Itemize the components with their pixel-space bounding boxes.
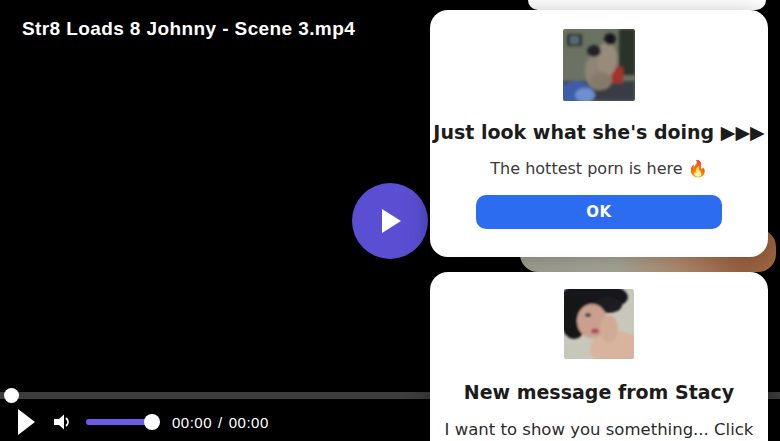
seek-thumb[interactable] <box>4 388 19 403</box>
video-title: Str8 Loads 8 Johnny - Scene 3.mp4 <box>22 18 355 40</box>
duration: 00:00 <box>229 414 269 431</box>
time-separator: / <box>218 414 223 431</box>
message-popup[interactable]: New message from Stacy I want to show yo… <box>430 272 768 441</box>
offer-popup: Just look what she's doing ▶▶▶ The hotte… <box>430 10 768 257</box>
volume-thumb[interactable] <box>144 414 160 430</box>
ok-button[interactable]: OK <box>476 195 722 229</box>
offer-subtitle: The hottest porn is here 🔥 <box>430 159 768 178</box>
big-play-button[interactable] <box>352 183 428 259</box>
play-icon <box>382 209 401 233</box>
hidden-card-top-edge <box>528 0 766 10</box>
volume-slider[interactable] <box>86 419 153 425</box>
message-title: New message from Stacy <box>430 381 768 403</box>
webcam-couple-thumbnail[interactable] <box>563 29 635 101</box>
stacy-avatar[interactable] <box>564 289 634 359</box>
play-button[interactable] <box>18 409 35 435</box>
offer-headline: Just look what she's doing ▶▶▶ <box>430 121 768 143</box>
time-display: 00:00 / 00:00 <box>172 414 269 431</box>
current-time: 00:00 <box>172 414 212 431</box>
message-body: I want to show you something... Click to <box>430 420 768 441</box>
volume-icon[interactable] <box>52 412 72 432</box>
